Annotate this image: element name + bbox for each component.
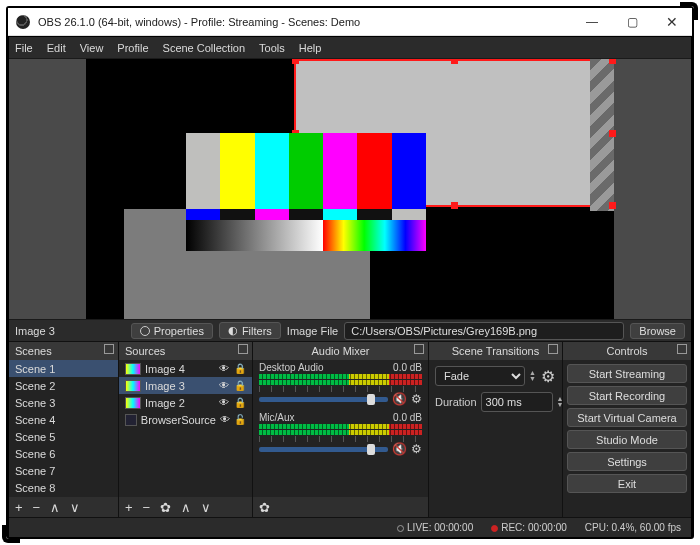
image-file-path-input[interactable] [344,322,624,340]
controls-body: Start Streaming Start Recording Start Vi… [563,360,691,517]
scene-item[interactable]: Scene 7 [9,462,118,479]
menu-profile[interactable]: Profile [117,42,148,54]
statusbar: LIVE: 00:00:00 REC: 00:00:00 CPU: 0.4%, … [9,517,691,537]
volume-slider[interactable] [259,397,388,402]
unlock-icon[interactable]: 🔓 [234,414,246,425]
menu-tools[interactable]: Tools [259,42,285,54]
filters-label: Filters [242,325,272,337]
transition-select[interactable]: Fade [435,366,525,386]
vu-meter [259,380,422,385]
mixer-header[interactable]: Audio Mixer [253,342,428,360]
docks: Scenes Scene 1 Scene 2 Scene 3 Scene 4 S… [9,341,691,517]
lock-icon[interactable]: 🔒 [234,363,246,374]
duration-spin[interactable]: ▲▼ [557,396,562,408]
source-thumb-icon [125,414,137,426]
start-virtual-camera-button[interactable]: Start Virtual Camera [567,408,687,427]
scene-item[interactable]: Scene 6 [9,445,118,462]
source-item[interactable]: Image 3👁🔒 [119,377,252,394]
source-thumb-icon [125,397,141,409]
resize-handle[interactable] [609,130,616,137]
resize-handle[interactable] [609,202,616,209]
channel-settings-button[interactable]: ⚙ [411,392,422,406]
menu-edit[interactable]: Edit [47,42,66,54]
popout-icon[interactable] [548,344,558,354]
scene-up-button[interactable]: ∧ [50,500,60,515]
menu-file[interactable]: File [15,42,33,54]
browse-label: Browse [639,325,676,337]
start-streaming-button[interactable]: Start Streaming [567,364,687,383]
visibility-icon[interactable]: 👁 [220,414,230,425]
scene-label: Scene 6 [15,448,55,460]
button-label: Start Virtual Camera [577,412,676,424]
mute-button[interactable]: 🔇 [392,392,407,406]
add-source-button[interactable]: + [125,500,133,515]
add-scene-button[interactable]: + [15,500,23,515]
visibility-icon[interactable]: 👁 [218,363,230,374]
menu-scene-collection[interactable]: Scene Collection [163,42,246,54]
popout-icon[interactable] [414,344,424,354]
exit-button[interactable]: Exit [567,474,687,493]
mixer-channel: Desktop Audio0.0 dB 🔇 ⚙ [253,360,428,410]
settings-button[interactable]: Settings [567,452,687,471]
channel-level: 0.0 dB [393,412,422,423]
popout-icon[interactable] [104,344,114,354]
browse-button[interactable]: Browse [630,323,685,339]
transition-settings-button[interactable]: ⚙ [540,367,556,386]
scene-item[interactable]: Scene 1 [9,360,118,377]
duration-input[interactable] [481,392,553,412]
source-item[interactable]: Image 2👁🔒 [119,394,252,411]
mixer-body: Desktop Audio0.0 dB 🔇 ⚙ Mic/Aux0.0 dB [253,360,428,497]
popout-icon[interactable] [238,344,248,354]
slider-knob[interactable] [367,394,375,405]
scene-down-button[interactable]: ∨ [70,500,80,515]
minimize-button[interactable]: — [572,8,612,36]
resize-handle[interactable] [292,59,299,64]
preview-canvas[interactable] [86,59,614,319]
channel-name: Mic/Aux [259,412,295,423]
menu-help[interactable]: Help [299,42,322,54]
remove-scene-button[interactable]: − [33,500,41,515]
resize-handle[interactable] [451,59,458,64]
source-down-button[interactable]: ∨ [201,500,211,515]
transition-spin[interactable]: ▲▼ [529,370,536,382]
resize-handle[interactable] [451,202,458,209]
preview-area[interactable] [9,59,691,319]
filters-button[interactable]: ◐Filters [219,322,281,339]
scene-item[interactable]: Scene 2 [9,377,118,394]
studio-mode-button[interactable]: Studio Mode [567,430,687,449]
scene-item[interactable]: Scene 5 [9,428,118,445]
menu-view[interactable]: View [80,42,104,54]
popout-icon[interactable] [677,344,687,354]
scene-item[interactable]: Scene 8 [9,479,118,496]
lock-icon[interactable]: 🔒 [234,380,246,391]
scenes-header[interactable]: Scenes [9,342,118,360]
transitions-header[interactable]: Scene Transitions [429,342,562,360]
image-file-label: Image File [287,325,338,337]
channel-settings-button[interactable]: ⚙ [411,442,422,456]
controls-header[interactable]: Controls [563,342,691,360]
resize-handle[interactable] [609,59,616,64]
start-recording-button[interactable]: Start Recording [567,386,687,405]
source-properties-button[interactable]: ✿ [160,500,171,515]
mixer-dock: Audio Mixer Desktop Audio0.0 dB 🔇 ⚙ [253,342,429,517]
visibility-icon[interactable]: 👁 [218,380,230,391]
mute-button[interactable]: 🔇 [392,442,407,456]
scene-item[interactable]: Scene 3 [9,394,118,411]
source-up-button[interactable]: ∧ [181,500,191,515]
status-rec: REC: 00:00:00 [491,522,567,533]
mixer-settings-button[interactable]: ✿ [259,500,270,515]
source-item[interactable]: Image 4👁🔒 [119,360,252,377]
lock-icon[interactable]: 🔒 [234,397,246,408]
volume-slider[interactable] [259,447,388,452]
source-image4[interactable] [186,133,426,251]
scene-item[interactable]: Scene 4 [9,411,118,428]
slider-knob[interactable] [367,444,375,455]
remove-source-button[interactable]: − [143,500,151,515]
properties-button[interactable]: Properties [131,323,213,339]
maximize-button[interactable]: ▢ [612,8,652,36]
scenes-footer: + − ∧ ∨ [9,497,118,517]
sources-header[interactable]: Sources [119,342,252,360]
source-item[interactable]: BrowserSource👁🔓 [119,411,252,428]
properties-label: Properties [154,325,204,337]
visibility-icon[interactable]: 👁 [218,397,230,408]
